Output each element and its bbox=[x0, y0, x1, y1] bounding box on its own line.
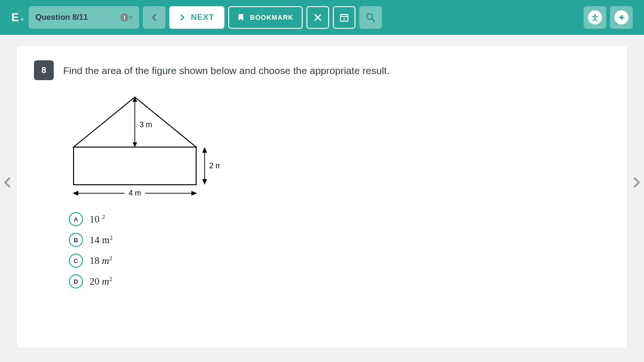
answer-options: A 10 2 B 14 m2 C 18 m2 D 20 m2 bbox=[69, 212, 610, 288]
question-number-badge: 8 bbox=[34, 60, 54, 80]
option-bubble: B bbox=[69, 233, 83, 247]
option-bubble: C bbox=[69, 254, 83, 268]
prev-question-button[interactable] bbox=[143, 6, 165, 29]
top-toolbar: E Question 8/11 ! ▾ NEXT BOOKMARK 4 bbox=[0, 0, 644, 35]
svg-marker-19 bbox=[191, 191, 197, 196]
svg-marker-12 bbox=[132, 142, 137, 147]
bookmark-button[interactable]: BOOKMARK bbox=[228, 6, 303, 29]
question-prompt: Find the area of the figure shown below … bbox=[63, 60, 389, 78]
content-area: 8 Find the area of the figure shown belo… bbox=[0, 35, 644, 362]
question-card: 8 Find the area of the figure shown belo… bbox=[17, 46, 627, 348]
svg-text:4: 4 bbox=[343, 17, 346, 21]
next-question-button[interactable]: NEXT bbox=[169, 6, 224, 29]
svg-marker-18 bbox=[73, 191, 78, 196]
accessibility-button[interactable] bbox=[584, 6, 606, 29]
svg-line-6 bbox=[372, 19, 375, 22]
bookmark-icon bbox=[238, 14, 244, 21]
alert-icon: ! bbox=[120, 13, 129, 22]
page-next-arrow[interactable] bbox=[633, 176, 641, 189]
svg-point-7 bbox=[594, 14, 596, 16]
chevron-left-icon bbox=[151, 14, 157, 21]
chevron-down-icon: ▾ bbox=[130, 14, 132, 21]
zoom-button[interactable] bbox=[359, 6, 382, 29]
figure-height-label: 3 m bbox=[140, 121, 152, 129]
option-c[interactable]: C 18 m2 bbox=[69, 254, 610, 268]
option-text: 10 2 bbox=[90, 213, 105, 225]
option-b[interactable]: B 14 m2 bbox=[69, 233, 610, 247]
calendar-button[interactable]: 4 bbox=[333, 6, 355, 29]
svg-marker-14 bbox=[202, 147, 207, 153]
question-flag-group: ! ▾ bbox=[120, 13, 132, 22]
question-position-label: Question 8/11 bbox=[35, 13, 88, 22]
option-text: 18 m2 bbox=[90, 255, 112, 267]
close-button[interactable] bbox=[306, 6, 329, 29]
magnifier-icon bbox=[365, 12, 376, 23]
option-d[interactable]: D 20 m2 bbox=[69, 274, 610, 288]
svg-marker-11 bbox=[132, 97, 137, 102]
figure-base-label: 4 m bbox=[129, 189, 141, 197]
next-label: NEXT bbox=[191, 13, 214, 22]
logo-text: E bbox=[11, 11, 19, 24]
back-button[interactable] bbox=[610, 6, 633, 29]
question-figure: 3 m 2 m 4 m bbox=[69, 94, 610, 203]
svg-rect-9 bbox=[74, 147, 196, 185]
option-bubble: A bbox=[69, 212, 83, 226]
close-icon bbox=[314, 13, 322, 22]
option-text: 14 m2 bbox=[90, 234, 113, 246]
arrow-left-circle-icon bbox=[614, 10, 628, 25]
option-a[interactable]: A 10 2 bbox=[69, 212, 610, 226]
chevron-right-icon bbox=[180, 14, 185, 21]
logo-dot bbox=[21, 18, 23, 20]
figure-rect-height-label: 2 m bbox=[209, 162, 220, 170]
question-header: 8 Find the area of the figure shown belo… bbox=[34, 60, 610, 80]
option-text: 20 m2 bbox=[90, 275, 112, 288]
option-bubble: D bbox=[69, 274, 83, 288]
accessibility-icon bbox=[588, 10, 602, 25]
calendar-icon: 4 bbox=[339, 12, 349, 23]
page-prev-arrow[interactable] bbox=[3, 176, 11, 189]
svg-marker-15 bbox=[202, 179, 207, 185]
app-logo: E bbox=[11, 11, 23, 24]
bookmark-label: BOOKMARK bbox=[250, 14, 293, 21]
question-selector[interactable]: Question 8/11 ! ▾ bbox=[29, 6, 139, 29]
